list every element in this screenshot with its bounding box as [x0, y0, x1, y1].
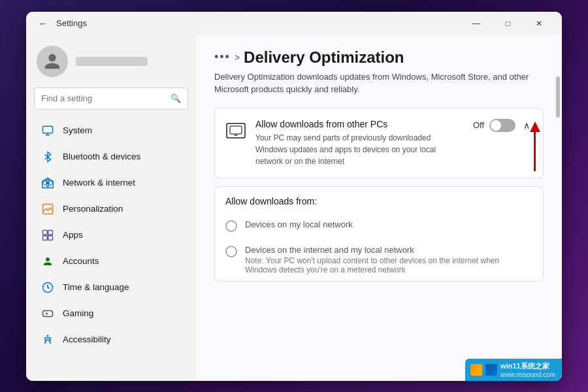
svg-rect-7 [48, 235, 53, 240]
accounts-icon [41, 254, 55, 269]
allow-from-title: Allow downloads from: [215, 187, 543, 213]
svg-rect-11 [230, 126, 242, 134]
red-arrow-head [530, 122, 540, 132]
radio-local-text: Devices on my local network [245, 220, 353, 229]
system-icon [41, 123, 55, 138]
sidebar: 🔍 System Bluetooth & devices Network [26, 35, 196, 381]
breadcrumb-dots: ••• [214, 50, 231, 64]
radio-internet-label: Devices on the internet and my local net… [245, 245, 532, 255]
allow-downloads-control: Off ∧ [473, 119, 532, 132]
main-content: 🔍 System Bluetooth & devices Network [26, 35, 562, 381]
bluetooth-label: Bluetooth & devices [63, 152, 140, 161]
gaming-icon [41, 306, 55, 321]
apps-label: Apps [63, 230, 83, 240]
accessibility-icon [41, 333, 55, 347]
search-input[interactable] [41, 93, 165, 103]
maximize-button[interactable]: □ [493, 13, 523, 34]
watermark-inner: win11系统之家 www.reisound.com [470, 361, 555, 378]
sidebar-item-time[interactable]: Time & language [30, 275, 192, 300]
radio-internet-network[interactable]: Devices on the internet and my local net… [215, 238, 543, 281]
user-name-placeholder [76, 57, 148, 66]
allow-downloads-desc: Your PC may send parts of previously dow… [255, 132, 464, 167]
user-profile [26, 41, 196, 88]
scrollbar-thumb[interactable] [556, 76, 560, 118]
time-label: Time & language [63, 282, 129, 292]
sidebar-item-accessibility[interactable]: Accessibility [30, 327, 192, 352]
svg-rect-0 [43, 126, 53, 133]
network-icon [41, 176, 55, 190]
page-subtitle: Delivery Optimization downloads updates … [214, 71, 544, 96]
personalization-icon [41, 202, 55, 216]
allow-from-card: Allow downloads from: Devices on my loca… [214, 186, 544, 282]
allow-downloads-text: Allow downloads from other PCs Your PC m… [255, 119, 464, 167]
page-header: ••• > Delivery Optimization [214, 48, 544, 67]
sidebar-item-accounts[interactable]: Accounts [30, 249, 192, 274]
svg-point-10 [47, 335, 49, 336]
settings-window: ← Settings — □ ✕ 🔍 [26, 12, 562, 381]
network-label: Network & internet [63, 178, 135, 188]
bluetooth-icon [41, 150, 55, 164]
radio-internet-text: Devices on the internet and my local net… [245, 245, 532, 274]
avatar [37, 46, 68, 77]
minimize-button[interactable]: — [461, 13, 491, 34]
watermark-line1: win11系统之家 [500, 361, 555, 371]
back-button[interactable]: ← [34, 14, 52, 33]
window-title: Settings [56, 18, 87, 28]
watermark: win11系统之家 www.reisound.com [465, 359, 562, 381]
watermark-line2: www.reisound.com [500, 371, 555, 378]
personalization-label: Personalization [63, 204, 123, 214]
svg-point-1 [46, 181, 50, 184]
allow-downloads-toggle[interactable] [489, 119, 515, 132]
page-title: Delivery Optimization [244, 48, 404, 67]
svg-rect-6 [43, 235, 48, 240]
sidebar-item-apps[interactable]: Apps [30, 223, 192, 248]
breadcrumb-arrow: > [235, 52, 240, 63]
monitor-icon [226, 123, 246, 139]
sidebar-item-bluetooth[interactable]: Bluetooth & devices [30, 144, 192, 169]
search-icon: 🔍 [171, 93, 181, 103]
radio-internet-desc: Note: Your PC won't upload content to ot… [245, 256, 532, 274]
time-icon [41, 280, 55, 295]
system-label: System [63, 125, 92, 135]
watermark-icon1 [470, 364, 482, 376]
watermark-icon2 [485, 364, 497, 376]
downloads-card-icon [225, 120, 246, 141]
allow-downloads-card: Allow downloads from other PCs Your PC m… [214, 108, 544, 178]
radio-internet-icon [225, 246, 237, 257]
radio-local-label: Devices on my local network [245, 220, 353, 229]
allow-downloads-row: Allow downloads from other PCs Your PC m… [215, 108, 543, 178]
sidebar-item-system[interactable]: System [30, 118, 192, 143]
red-arrow-annotation [534, 132, 536, 171]
scrollbar-track [555, 35, 561, 381]
sidebar-item-personalization[interactable]: Personalization [30, 197, 192, 221]
main-panel: ••• > Delivery Optimization Delivery Opt… [196, 35, 562, 381]
sidebar-item-gaming[interactable]: Gaming [30, 301, 192, 326]
svg-rect-4 [43, 230, 48, 235]
search-box[interactable]: 🔍 [34, 88, 188, 110]
watermark-text: win11系统之家 www.reisound.com [500, 361, 555, 378]
gaming-label: Gaming [63, 308, 93, 318]
svg-rect-5 [48, 230, 53, 235]
allow-downloads-title: Allow downloads from other PCs [255, 119, 464, 129]
window-controls: — □ ✕ [461, 13, 554, 34]
radio-local-icon [225, 220, 237, 232]
apps-icon [41, 228, 55, 242]
red-arrow-shaft [534, 132, 536, 171]
main-panel-wrapper: ••• > Delivery Optimization Delivery Opt… [196, 35, 562, 381]
toggle-thumb [491, 120, 501, 131]
sidebar-item-network[interactable]: Network & internet [30, 171, 192, 195]
titlebar: ← Settings — □ ✕ [26, 12, 562, 35]
radio-local-network[interactable]: Devices on my local network [215, 213, 543, 238]
accounts-label: Accounts [63, 256, 99, 266]
close-button[interactable]: ✕ [524, 13, 554, 34]
accessibility-label: Accessibility [63, 335, 111, 344]
toggle-off-label: Off [473, 120, 484, 130]
